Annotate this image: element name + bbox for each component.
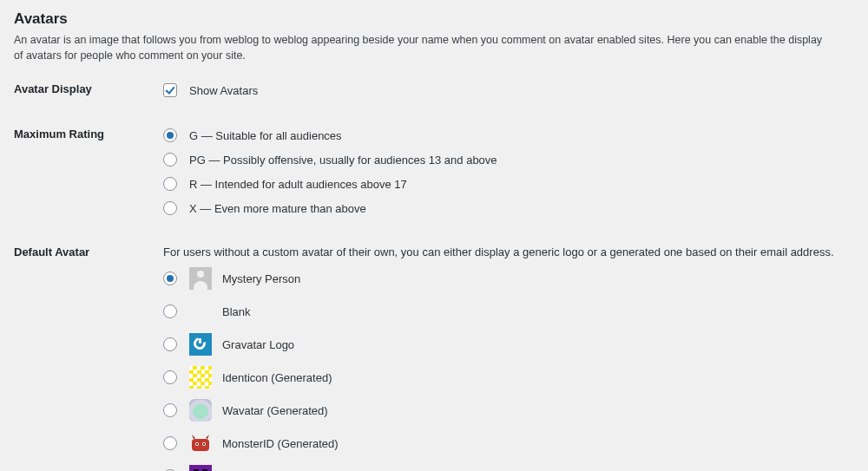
identicon-avatar-icon bbox=[189, 366, 212, 389]
section-description: An avatar is an image that follows you f… bbox=[14, 33, 830, 63]
blank-avatar-icon bbox=[189, 300, 212, 323]
rating-radio-g[interactable] bbox=[163, 128, 177, 142]
default-avatar-radio-monsterid[interactable] bbox=[163, 436, 177, 450]
show-avatars-option[interactable]: Show Avatars bbox=[163, 83, 258, 97]
rating-option-x[interactable]: X — Even more mature than above bbox=[163, 201, 366, 215]
default-avatar-option-label: Mystery Person bbox=[222, 272, 300, 285]
maximum-rating-label: Maximum Rating bbox=[14, 128, 163, 141]
default-avatar-radio-gravatar[interactable] bbox=[163, 337, 177, 351]
default-avatar-option-label: Gravatar Logo bbox=[222, 338, 294, 351]
default-avatar-option-blank[interactable]: Blank bbox=[163, 300, 251, 323]
default-avatar-option-label: Blank bbox=[222, 305, 251, 318]
svg-point-4 bbox=[203, 443, 205, 445]
rating-option-label: PG — Possibly offensive, usually for aud… bbox=[189, 154, 497, 167]
gravatar-avatar-icon bbox=[189, 333, 212, 356]
rating-radio-x[interactable] bbox=[163, 201, 177, 215]
row-avatar-display: Avatar Display Show Avatars bbox=[14, 82, 854, 107]
default-avatar-option-label: Identicon (Generated) bbox=[222, 371, 332, 384]
rating-option-label: R — Intended for adult audiences above 1… bbox=[189, 178, 407, 191]
show-avatars-checkbox[interactable] bbox=[163, 83, 177, 97]
rating-option-label: X — Even more mature than above bbox=[189, 202, 366, 215]
avatar-display-label: Avatar Display bbox=[14, 82, 163, 95]
default-avatar-radio-wavatar[interactable] bbox=[163, 403, 177, 417]
default-avatar-option-retro[interactable]: Retro (Generated) bbox=[163, 465, 314, 471]
default-avatar-radio-mystery[interactable] bbox=[163, 271, 177, 285]
section-title: Avatars bbox=[14, 10, 854, 28]
monster-avatar-icon bbox=[189, 432, 212, 455]
rating-radio-pg[interactable] bbox=[163, 153, 177, 167]
rating-option-g[interactable]: G — Suitable for all audiences bbox=[163, 128, 342, 142]
default-avatar-option-wavatar[interactable]: Wavatar (Generated) bbox=[163, 399, 328, 422]
default-avatar-option-identicon[interactable]: Identicon (Generated) bbox=[163, 366, 332, 389]
default-avatar-option-label: MonsterID (Generated) bbox=[222, 437, 339, 450]
show-avatars-label: Show Avatars bbox=[189, 84, 258, 97]
retro-avatar-icon bbox=[189, 465, 212, 471]
default-avatar-option-label: Wavatar (Generated) bbox=[222, 404, 328, 417]
default-avatar-option-gravatar[interactable]: Gravatar Logo bbox=[163, 333, 294, 356]
default-avatar-label: Default Avatar bbox=[14, 245, 163, 258]
rating-option-pg[interactable]: PG — Possibly offensive, usually for aud… bbox=[163, 153, 497, 167]
default-avatar-option-mystery[interactable]: Mystery Person bbox=[163, 267, 300, 290]
rating-option-label: G — Suitable for all audiences bbox=[189, 129, 342, 142]
row-maximum-rating: Maximum Rating G — Suitable for all audi… bbox=[14, 128, 854, 225]
rating-radio-r[interactable] bbox=[163, 177, 177, 191]
svg-rect-0 bbox=[192, 439, 209, 451]
default-avatar-description: For users without a custom avatar of the… bbox=[163, 245, 854, 258]
rating-option-r[interactable]: R — Intended for adult audiences above 1… bbox=[163, 177, 407, 191]
row-default-avatar: Default Avatar For users without a custo… bbox=[14, 245, 854, 471]
wavatar-avatar-icon bbox=[189, 399, 212, 422]
default-avatar-radio-blank[interactable] bbox=[163, 304, 177, 318]
default-avatar-radio-identicon[interactable] bbox=[163, 370, 177, 384]
mystery-avatar-icon bbox=[189, 267, 212, 290]
default-avatar-option-monsterid[interactable]: MonsterID (Generated) bbox=[163, 432, 339, 455]
svg-point-3 bbox=[196, 443, 198, 445]
